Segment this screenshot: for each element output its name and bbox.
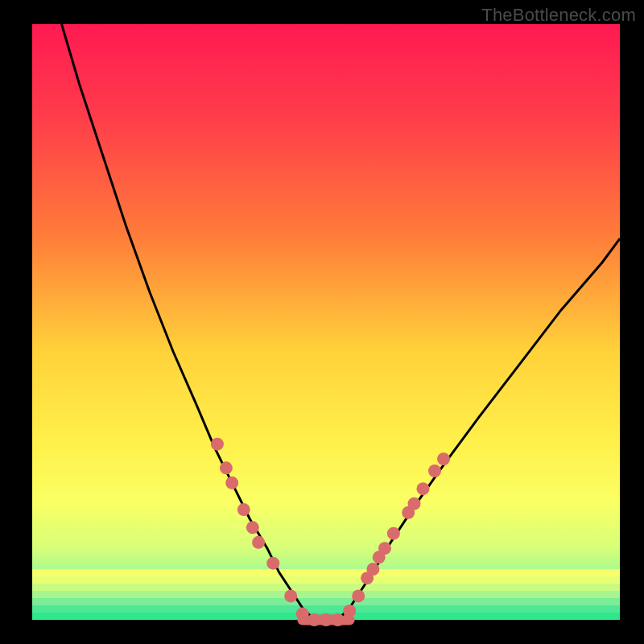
data-marker	[428, 464, 441, 477]
data-marker	[408, 497, 421, 510]
svg-rect-1	[32, 576, 620, 584]
data-marker	[378, 542, 391, 555]
data-marker	[246, 521, 259, 534]
data-marker	[343, 605, 356, 617]
data-marker	[252, 536, 265, 549]
data-marker	[220, 461, 233, 474]
data-marker	[320, 613, 332, 626]
plot-background	[32, 24, 620, 620]
data-marker	[237, 503, 250, 516]
svg-rect-0	[32, 569, 620, 576]
data-marker	[387, 527, 400, 540]
data-marker	[211, 438, 224, 451]
svg-rect-5	[32, 605, 620, 613]
chart-frame: TheBottleneck.com	[0, 0, 644, 644]
svg-rect-4	[32, 598, 620, 605]
data-marker	[352, 589, 365, 602]
data-marker	[437, 452, 450, 465]
bottom-color-bands	[32, 569, 620, 620]
data-marker	[366, 563, 379, 576]
svg-rect-3	[32, 591, 620, 598]
data-marker	[284, 589, 297, 602]
data-marker	[308, 613, 320, 626]
watermark-text: TheBottleneck.com	[481, 5, 636, 26]
svg-rect-2	[32, 584, 620, 591]
data-marker	[417, 482, 430, 495]
data-marker	[332, 613, 345, 626]
chart-svg	[0, 0, 644, 644]
data-marker	[296, 608, 309, 621]
data-marker	[266, 557, 279, 570]
data-marker	[225, 477, 238, 489]
